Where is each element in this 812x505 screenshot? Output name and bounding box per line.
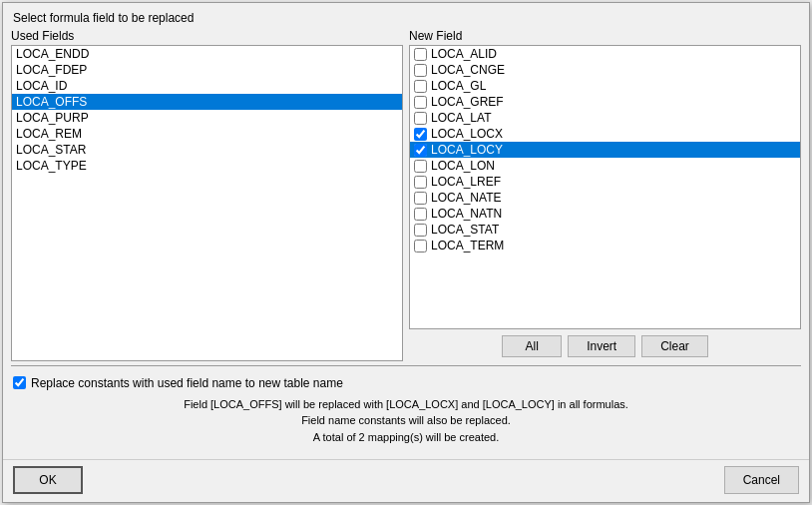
new-field-item[interactable]: LOCA_STAT [410, 222, 800, 238]
new-field-panel: New Field LOCA_ALIDLOCA_CNGELOCA_GLLOCA_… [409, 29, 801, 361]
info-text: Field [LOCA_OFFS] will be replaced with … [13, 396, 799, 446]
new-field-item[interactable]: LOCA_GREF [410, 94, 800, 110]
used-field-item[interactable]: LOCA_FDEP [12, 62, 402, 78]
panels-row: Used Fields LOCA_ENDDLOCA_FDEPLOCA_IDLOC… [3, 29, 809, 361]
used-field-item[interactable]: LOCA_ENDD [12, 46, 402, 62]
new-field-item-label: LOCA_NATE [431, 191, 501, 205]
new-field-checkbox[interactable] [414, 128, 427, 141]
dialog-title: Select formula field to be replaced [3, 3, 809, 29]
new-field-item-label: LOCA_LOCX [431, 127, 503, 141]
used-field-item[interactable]: LOCA_PURP [12, 110, 402, 126]
new-field-label: New Field [409, 29, 801, 43]
new-field-item[interactable]: LOCA_CNGE [410, 62, 800, 78]
new-field-item-label: LOCA_LREF [431, 175, 501, 189]
new-field-item[interactable]: LOCA_LOCY [410, 142, 800, 158]
new-field-checkbox[interactable] [414, 176, 427, 189]
used-fields-label: Used Fields [11, 29, 403, 43]
new-field-item-label: LOCA_TERM [431, 239, 504, 252]
new-field-item[interactable]: LOCA_ALID [410, 46, 800, 62]
clear-button[interactable]: Clear [641, 335, 708, 357]
new-field-item-label: LOCA_LAT [431, 111, 491, 125]
new-field-checkbox[interactable] [414, 144, 427, 157]
used-fields-listbox[interactable]: LOCA_ENDDLOCA_FDEPLOCA_IDLOCA_OFFSLOCA_P… [11, 45, 403, 361]
new-field-item-label: LOCA_NATN [431, 207, 502, 221]
new-field-checkbox[interactable] [414, 160, 427, 173]
replace-checkbox-label: Replace constants with used field name t… [31, 376, 343, 390]
used-field-item[interactable]: LOCA_REM [12, 126, 402, 142]
new-field-item-label: LOCA_ALID [431, 47, 497, 61]
new-field-checkbox[interactable] [414, 192, 427, 205]
divider [11, 365, 801, 366]
bottom-section: Replace constants with used field name t… [3, 370, 809, 458]
used-fields-panel: Used Fields LOCA_ENDDLOCA_FDEPLOCA_IDLOC… [11, 29, 403, 361]
new-field-item[interactable]: LOCA_NATE [410, 190, 800, 206]
new-field-item-label: LOCA_GREF [431, 95, 504, 109]
dialog-footer: OK Cancel [3, 459, 809, 502]
new-field-checkbox[interactable] [414, 80, 427, 93]
used-field-item[interactable]: LOCA_ID [12, 78, 402, 94]
dialog: Select formula field to be replaced Used… [2, 2, 810, 503]
new-field-item[interactable]: LOCA_TERM [410, 238, 800, 253]
new-field-listbox[interactable]: LOCA_ALIDLOCA_CNGELOCA_GLLOCA_GREFLOCA_L… [409, 45, 801, 329]
new-field-item[interactable]: LOCA_NATN [410, 206, 800, 222]
new-field-checkbox[interactable] [414, 64, 427, 77]
invert-button[interactable]: Invert [568, 335, 635, 357]
all-button[interactable]: All [502, 335, 562, 357]
replace-checkbox[interactable] [13, 376, 26, 389]
new-field-checkbox[interactable] [414, 48, 427, 61]
new-field-item-label: LOCA_CNGE [431, 63, 505, 77]
new-field-item[interactable]: LOCA_LON [410, 158, 800, 174]
new-field-item[interactable]: LOCA_GL [410, 78, 800, 94]
replace-checkbox-row: Replace constants with used field name t… [13, 376, 799, 390]
ok-button[interactable]: OK [13, 466, 83, 494]
new-field-item[interactable]: LOCA_LREF [410, 174, 800, 190]
new-field-item-label: LOCA_STAT [431, 223, 499, 237]
new-field-item[interactable]: LOCA_LOCX [410, 126, 800, 142]
new-field-checkbox[interactable] [414, 240, 427, 252]
new-field-buttons: All Invert Clear [409, 335, 801, 361]
used-field-item[interactable]: LOCA_TYPE [12, 158, 402, 174]
new-field-checkbox[interactable] [414, 208, 427, 221]
new-field-checkbox[interactable] [414, 112, 427, 125]
used-field-item[interactable]: LOCA_OFFS [12, 94, 402, 110]
new-field-item[interactable]: LOCA_LAT [410, 110, 800, 126]
new-field-item-label: LOCA_GL [431, 79, 486, 93]
used-field-item[interactable]: LOCA_STAR [12, 142, 402, 158]
cancel-button[interactable]: Cancel [724, 466, 799, 494]
new-field-item-label: LOCA_LOCY [431, 143, 503, 157]
new-field-checkbox[interactable] [414, 96, 427, 109]
new-field-item-label: LOCA_LON [431, 159, 495, 173]
new-field-checkbox[interactable] [414, 224, 427, 237]
